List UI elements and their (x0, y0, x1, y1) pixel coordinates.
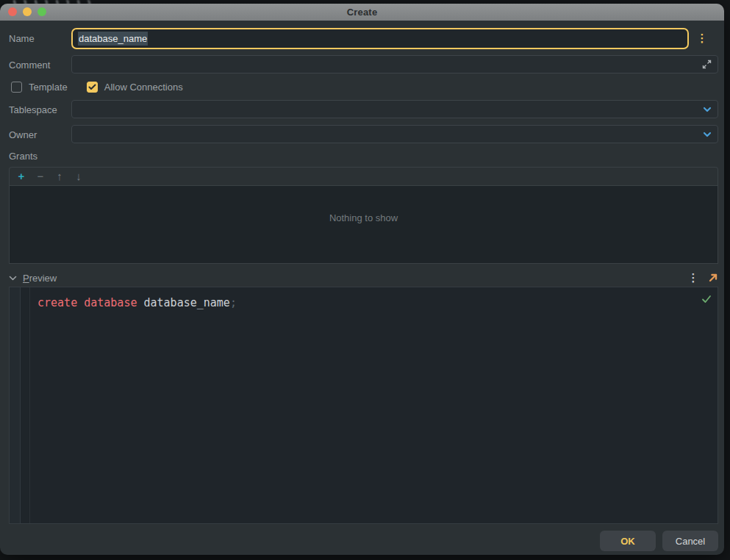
move-down-button[interactable]: ↓ (73, 170, 85, 183)
create-database-dialog: Create Name database_name ⋮ Comment Temp… (0, 4, 724, 555)
collapse-chevron-icon[interactable] (9, 276, 17, 281)
dialog-buttons: OK Cancel (600, 531, 718, 551)
grants-empty-text: Nothing to show (329, 212, 398, 223)
options-row: Template Allow Connections (11, 82, 183, 93)
move-up-button[interactable]: ↑ (54, 170, 65, 183)
editor-gutter-fold-strip (21, 287, 30, 523)
dialog-title: Create (347, 7, 378, 18)
preview-header: Preview ⋮ (9, 270, 718, 286)
comment-input[interactable] (71, 55, 718, 73)
sql-statement: create database database_name; (37, 296, 237, 309)
name-input[interactable]: database_name (71, 28, 689, 49)
sql-identifier: database_name (137, 296, 229, 309)
allow-connections-checkbox[interactable]: Allow Connections (87, 82, 183, 93)
name-options-kebab-icon[interactable]: ⋮ (696, 30, 708, 46)
sql-keyword: create database (37, 296, 137, 309)
close-window-button[interactable] (8, 7, 17, 16)
grants-list[interactable]: Nothing to show (9, 185, 718, 264)
traffic-lights (8, 7, 46, 16)
template-checkbox[interactable]: Template (11, 82, 68, 93)
tablespace-label: Tablespace (9, 104, 57, 115)
preview-label-rest: review (29, 273, 57, 284)
titlebar[interactable]: Create (0, 4, 724, 21)
allow-connections-checkbox-label: Allow Connections (104, 82, 183, 93)
ok-button[interactable]: OK (600, 531, 656, 551)
owner-label: Owner (9, 129, 37, 140)
preview-options-kebab-icon[interactable]: ⋮ (687, 270, 699, 286)
comment-label: Comment (9, 60, 50, 71)
chevron-down-icon (703, 132, 712, 137)
tablespace-combobox[interactable] (71, 100, 718, 118)
name-label: Name (9, 33, 35, 44)
expand-editor-icon[interactable] (702, 60, 712, 69)
preview-toggle[interactable]: Preview (23, 273, 57, 284)
editor-gutter (10, 287, 21, 523)
maximize-window-button[interactable] (37, 7, 46, 16)
no-problems-check-icon[interactable] (701, 295, 712, 304)
preview-mnemonic: P (23, 273, 29, 284)
remove-grant-button[interactable]: − (35, 170, 46, 183)
template-checkbox-label: Template (29, 82, 68, 93)
allow-connections-checkbox-box[interactable] (87, 82, 98, 93)
grants-label: Grants (9, 151, 37, 162)
template-checkbox-box[interactable] (11, 82, 22, 93)
owner-combobox[interactable] (71, 125, 718, 143)
sql-preview-editor[interactable]: create database database_name; (9, 287, 718, 524)
grants-toolbar: + − ↑ ↓ (9, 167, 718, 185)
chevron-down-icon (703, 107, 712, 112)
minimize-window-button[interactable] (23, 7, 32, 16)
cancel-button[interactable]: Cancel (662, 531, 718, 551)
checkmark-icon (88, 84, 96, 90)
name-input-selected-text: database_name (78, 32, 148, 46)
sql-punctuation: ; (230, 296, 237, 309)
add-grant-button[interactable]: + (15, 170, 27, 183)
open-in-editor-icon[interactable] (708, 273, 718, 283)
